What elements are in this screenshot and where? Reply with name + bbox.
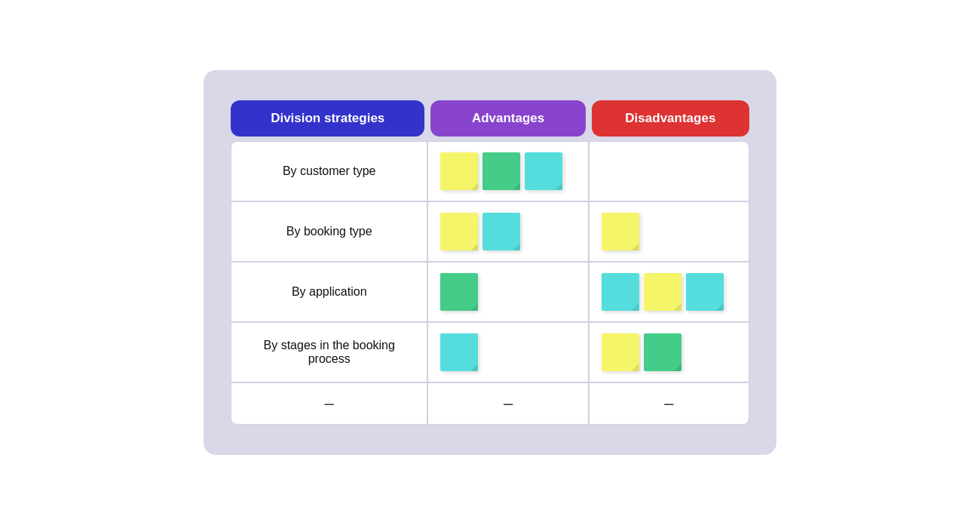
disadvantages-cell (589, 262, 749, 322)
main-container: Division strategies Advantages Disadvant… (204, 70, 776, 455)
dash-row: ––– (231, 382, 749, 425)
advantages-cell (427, 141, 588, 201)
header-disadvantages: Disadvantages (589, 100, 749, 141)
advantages-cell (427, 262, 588, 322)
table-row: By booking type (231, 201, 749, 262)
strategy-cell: By customer type (231, 141, 427, 201)
table-row: By stages in the booking process (231, 322, 749, 382)
dash-cell-disadvantages: – (589, 382, 749, 425)
table-row: By application (231, 262, 749, 322)
cyan-sticky (525, 152, 562, 190)
table-header-row: Division strategies Advantages Disadvant… (231, 100, 749, 141)
cyan-sticky (482, 213, 520, 250)
strategy-cell: By application (231, 262, 427, 322)
green-sticky (644, 333, 681, 371)
yellow-sticky (602, 333, 639, 371)
advantages-cell (427, 322, 588, 382)
advantages-cell (427, 201, 588, 262)
strategy-cell: By stages in the booking process (231, 322, 427, 382)
dash-cell-advantages: – (427, 382, 588, 425)
dash-cell-strategy: – (231, 382, 427, 425)
table-row: By customer type (231, 141, 749, 201)
yellow-sticky (440, 152, 478, 190)
green-sticky (440, 273, 478, 311)
cyan-sticky (440, 333, 478, 371)
header-strategy: Division strategies (231, 100, 427, 141)
cyan-sticky (602, 273, 639, 311)
division-strategies-table: Division strategies Advantages Disadvant… (231, 100, 749, 425)
cyan-sticky (686, 273, 724, 311)
yellow-sticky (440, 213, 478, 250)
header-advantages: Advantages (427, 100, 588, 141)
disadvantages-cell (589, 201, 749, 262)
yellow-sticky (644, 273, 681, 311)
disadvantages-cell (589, 141, 749, 201)
green-sticky (482, 152, 520, 190)
strategy-cell: By booking type (231, 201, 427, 262)
yellow-sticky (602, 213, 639, 250)
disadvantages-cell (589, 322, 749, 382)
